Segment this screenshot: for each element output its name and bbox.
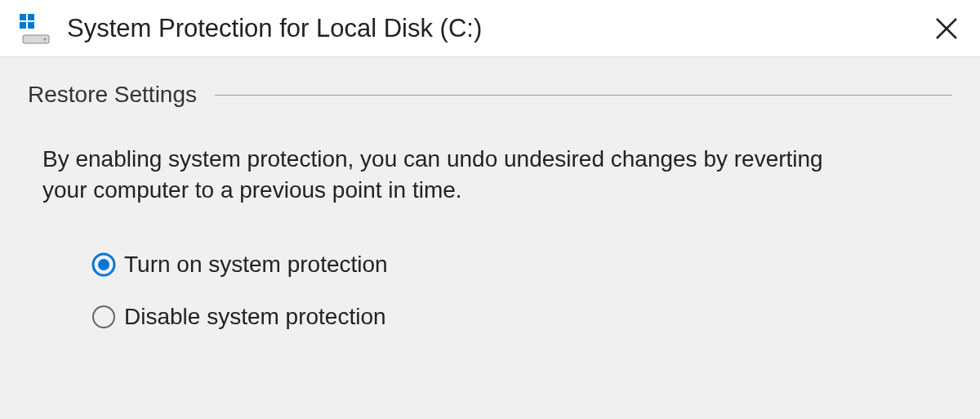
radio-turn-on[interactable]: Turn on system protection <box>91 252 952 278</box>
svg-point-5 <box>44 38 47 40</box>
content-area: Restore Settings By enabling system prot… <box>0 57 980 389</box>
svg-rect-3 <box>28 22 34 29</box>
svg-point-9 <box>98 259 109 270</box>
svg-rect-2 <box>20 22 26 29</box>
protection-radio-group: Turn on system protection Disable system… <box>91 252 952 330</box>
group-header: Restore Settings <box>28 82 952 108</box>
group-description: By enabling system protection, you can u… <box>42 144 859 206</box>
drive-icon <box>18 12 51 45</box>
titlebar: System Protection for Local Disk (C:) <box>0 0 980 57</box>
svg-point-10 <box>93 306 114 328</box>
svg-rect-1 <box>28 14 34 20</box>
radio-label: Disable system protection <box>124 304 386 330</box>
radio-selected-icon <box>91 252 116 277</box>
radio-disable[interactable]: Disable system protection <box>91 304 952 330</box>
close-icon <box>934 16 959 41</box>
window-title: System Protection for Local Disk (C:) <box>67 14 928 43</box>
group-divider <box>215 95 952 96</box>
group-title: Restore Settings <box>28 82 197 108</box>
radio-label: Turn on system protection <box>124 252 388 278</box>
svg-rect-0 <box>20 14 26 20</box>
radio-unselected-icon <box>91 305 116 329</box>
close-button[interactable] <box>928 10 965 47</box>
